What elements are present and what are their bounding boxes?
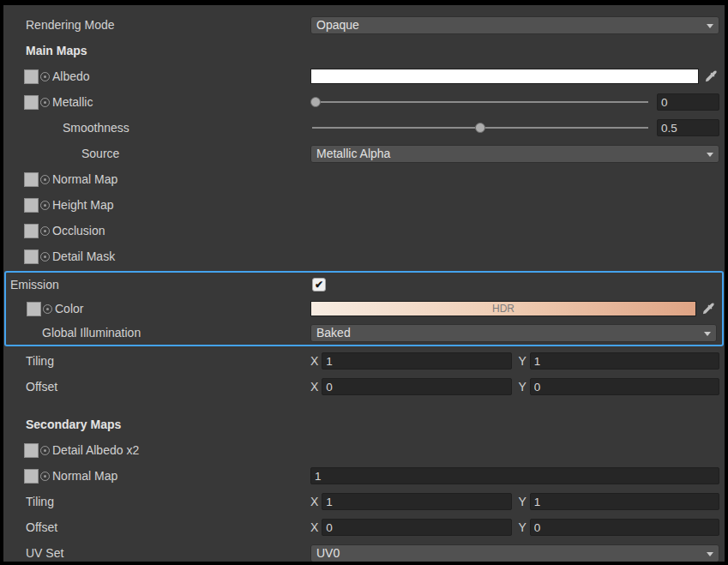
occlusion-row: Occlusion bbox=[3, 218, 725, 243]
detail-mask-texture-slot[interactable] bbox=[24, 249, 39, 264]
y-axis-label: Y bbox=[519, 380, 526, 394]
x-axis-label: X bbox=[310, 380, 318, 394]
main-maps-header-row: Main Maps bbox=[3, 38, 725, 63]
picker-dot-icon bbox=[44, 75, 46, 78]
global-illumination-label: Global Illumination bbox=[42, 326, 141, 340]
eyedropper-icon[interactable] bbox=[702, 69, 719, 84]
occlusion-texture-slot[interactable] bbox=[24, 224, 39, 238]
x-axis-label: X bbox=[310, 520, 318, 534]
object-picker-icon[interactable] bbox=[40, 252, 50, 261]
secondary-normal-map-texture-slot[interactable] bbox=[24, 469, 39, 484]
tiling-x-field[interactable] bbox=[322, 352, 511, 370]
tiling-label: Tiling bbox=[26, 495, 54, 508]
secondary-tiling-row: Tiling X Y bbox=[3, 489, 725, 514]
emission-row: Emission ✔ bbox=[6, 273, 722, 297]
source-dropdown[interactable]: Metallic Alpha bbox=[310, 145, 719, 163]
y-axis-label: Y bbox=[519, 495, 526, 508]
main-maps-header: Main Maps bbox=[26, 44, 87, 57]
uv-set-dropdown[interactable]: UV0 bbox=[310, 544, 719, 562]
offset-x-field[interactable] bbox=[322, 378, 511, 395]
smoothness-row: Smoothness bbox=[3, 115, 725, 141]
global-illumination-value: Baked bbox=[316, 326, 351, 340]
offset-label: Offset bbox=[26, 520, 57, 534]
object-picker-icon[interactable] bbox=[40, 472, 50, 481]
metallic-slider[interactable] bbox=[310, 96, 650, 108]
albedo-label: Albedo bbox=[52, 69, 90, 83]
chevron-down-icon bbox=[704, 332, 711, 336]
emission-color-label: Color bbox=[55, 302, 83, 316]
object-picker-icon[interactable] bbox=[40, 446, 50, 455]
secondary-maps-header: Secondary Maps bbox=[26, 418, 121, 431]
checkmark-icon: ✔ bbox=[315, 279, 323, 290]
secondary-normal-scale-field[interactable] bbox=[310, 467, 719, 484]
object-picker-icon[interactable] bbox=[43, 304, 52, 314]
albedo-texture-slot[interactable] bbox=[24, 69, 39, 84]
source-row: Source Metallic Alpha bbox=[3, 141, 725, 166]
picker-dot-icon bbox=[44, 204, 46, 207]
x-axis-label: X bbox=[310, 495, 318, 508]
height-map-label: Height Map bbox=[52, 198, 114, 212]
uv-set-row: UV Set UV0 bbox=[3, 540, 725, 562]
object-picker-icon[interactable] bbox=[40, 72, 50, 81]
occlusion-label: Occlusion bbox=[52, 224, 105, 237]
x-axis-label: X bbox=[310, 354, 318, 368]
y-axis-label: Y bbox=[519, 520, 526, 534]
normal-map-texture-slot[interactable] bbox=[24, 172, 39, 187]
detail-albedo-texture-slot[interactable] bbox=[24, 443, 39, 458]
object-picker-icon[interactable] bbox=[40, 201, 50, 210]
emission-hdr-color-swatch[interactable]: HDR bbox=[310, 301, 696, 316]
emission-checkbox[interactable]: ✔ bbox=[312, 278, 326, 292]
secondary-offset-x-field[interactable] bbox=[322, 519, 511, 536]
main-offset-row: Offset X Y bbox=[3, 374, 725, 400]
chevron-down-icon bbox=[707, 24, 713, 28]
offset-y-field[interactable] bbox=[530, 378, 719, 395]
secondary-offset-y-field[interactable] bbox=[530, 519, 719, 536]
tiling-label: Tiling bbox=[26, 354, 54, 368]
secondary-tiling-y-field[interactable] bbox=[530, 493, 719, 510]
metallic-row: Metallic bbox=[3, 89, 725, 115]
picker-dot-icon bbox=[44, 449, 46, 452]
metallic-value-field[interactable] bbox=[657, 93, 719, 111]
object-picker-icon[interactable] bbox=[40, 226, 50, 236]
slider-thumb[interactable] bbox=[475, 123, 485, 133]
smoothness-slider[interactable] bbox=[310, 122, 650, 134]
height-map-row: Height Map bbox=[3, 192, 725, 218]
albedo-color-swatch[interactable] bbox=[310, 69, 699, 84]
smoothness-label: Smoothness bbox=[63, 121, 129, 135]
rendering-mode-value: Opaque bbox=[316, 18, 359, 32]
picker-dot-icon bbox=[44, 178, 46, 181]
normal-map-row: Normal Map bbox=[3, 166, 725, 192]
detail-albedo-row: Detail Albedo x2 bbox=[3, 437, 725, 463]
object-picker-icon[interactable] bbox=[40, 175, 50, 184]
detail-mask-row: Detail Mask bbox=[3, 243, 725, 269]
rendering-mode-label: Rendering Mode bbox=[26, 18, 115, 32]
source-label: Source bbox=[81, 147, 119, 160]
tiling-y-field[interactable] bbox=[530, 352, 719, 370]
emission-highlight-box: Emission ✔ Color HDR Global Illumination bbox=[4, 271, 724, 346]
rendering-mode-dropdown[interactable]: Opaque bbox=[310, 16, 719, 34]
hdr-badge: HDR bbox=[492, 303, 514, 315]
normal-map-label: Normal Map bbox=[52, 172, 117, 186]
smoothness-value-field[interactable] bbox=[657, 119, 719, 136]
secondary-tiling-x-field[interactable] bbox=[322, 493, 511, 510]
global-illumination-dropdown[interactable]: Baked bbox=[310, 324, 717, 342]
main-tiling-row: Tiling X Y bbox=[3, 348, 725, 374]
metallic-texture-slot[interactable] bbox=[24, 95, 39, 110]
material-inspector-panel: Rendering Mode Opaque Main Maps Albedo bbox=[3, 5, 725, 562]
y-axis-label: Y bbox=[519, 354, 526, 368]
metallic-label: Metallic bbox=[52, 95, 93, 109]
eyedropper-icon[interactable] bbox=[700, 301, 717, 316]
uv-set-value: UV0 bbox=[316, 546, 340, 560]
uv-set-label: UV Set bbox=[26, 546, 63, 560]
secondary-normal-map-label: Normal Map bbox=[52, 469, 117, 483]
picker-dot-icon bbox=[46, 308, 49, 310]
height-map-texture-slot[interactable] bbox=[24, 198, 39, 213]
object-picker-icon[interactable] bbox=[40, 98, 50, 107]
global-illumination-row: Global Illumination Baked bbox=[6, 321, 722, 345]
emission-texture-slot[interactable] bbox=[27, 302, 41, 316]
picker-dot-icon bbox=[44, 475, 46, 478]
section-spacer bbox=[3, 400, 725, 412]
slider-thumb[interactable] bbox=[310, 97, 321, 107]
detail-mask-label: Detail Mask bbox=[52, 249, 115, 263]
albedo-row: Albedo bbox=[3, 63, 725, 89]
